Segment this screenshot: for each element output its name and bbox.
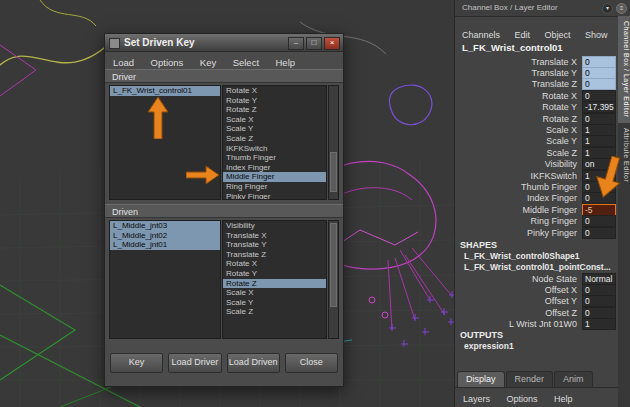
list-item[interactable]: Visibility bbox=[223, 221, 326, 231]
channel-value[interactable]: 0 bbox=[582, 227, 616, 239]
channel-label[interactable]: L Wrist Jnt 01W0 bbox=[455, 319, 582, 329]
side-tab-channel-box[interactable]: Channel Box / Layer Editor bbox=[618, 16, 630, 123]
channel-value[interactable]: 0 bbox=[582, 307, 616, 319]
driver-scrollbar[interactable] bbox=[328, 85, 339, 200]
channel-value[interactable]: 1 bbox=[582, 135, 616, 147]
dialog-titlebar[interactable]: Set Driven Key – □ × bbox=[105, 34, 343, 52]
channel-label[interactable]: Thumb Finger bbox=[455, 182, 582, 192]
menu-edit[interactable]: Edit bbox=[509, 28, 535, 42]
list-item[interactable]: Scale X bbox=[223, 115, 326, 125]
channel-label[interactable]: Translate Y bbox=[455, 68, 582, 78]
channel-label[interactable]: IKFKSwitch bbox=[455, 171, 582, 181]
channel-label[interactable]: Middle Finger bbox=[455, 205, 582, 215]
menu-layers[interactable]: Layers bbox=[457, 390, 496, 407]
menu-help[interactable]: Help bbox=[269, 55, 301, 70]
list-item[interactable]: Translate Y bbox=[223, 240, 326, 250]
channel-value[interactable]: 1 bbox=[582, 318, 616, 330]
channel-label[interactable]: Node State bbox=[455, 274, 582, 284]
load-driver-button[interactable]: Load Driver bbox=[168, 353, 221, 373]
channel-label[interactable]: Offset Z bbox=[455, 308, 582, 318]
list-item[interactable]: Pinky Finger bbox=[223, 192, 326, 200]
panel-menu-icon[interactable]: ≡ bbox=[616, 3, 627, 14]
panel-header[interactable]: Channel Box / Layer Editor ▾ ≡ bbox=[455, 0, 630, 17]
channel-label[interactable]: Offset X bbox=[455, 285, 582, 295]
output-node-name[interactable]: expression1 bbox=[455, 341, 618, 352]
menu-load[interactable]: Load bbox=[107, 55, 140, 70]
list-item[interactable]: Scale Y bbox=[223, 124, 326, 134]
channel-value[interactable]: on bbox=[582, 158, 616, 170]
shape-node-name[interactable]: L_FK_Wrist_control0Shape1 bbox=[455, 251, 618, 262]
channel-label[interactable]: Translate Z bbox=[455, 79, 582, 89]
channel-label[interactable]: Scale Y bbox=[455, 136, 582, 146]
list-item[interactable]: Rotate Z bbox=[223, 105, 326, 115]
channel-value[interactable]: Normal bbox=[582, 273, 616, 285]
list-item-selected[interactable]: L_Middle_jnt03 bbox=[110, 221, 220, 231]
channel-value-highlighted[interactable]: -5 bbox=[582, 204, 616, 216]
list-item-selected[interactable]: L_Middle_jnt02 bbox=[110, 231, 220, 241]
list-item[interactable]: Rotate Y bbox=[223, 269, 326, 279]
menu-key[interactable]: Key bbox=[194, 55, 222, 70]
driven-node-list[interactable]: L_Middle_jnt03 L_Middle_jnt02 L_Middle_j… bbox=[109, 220, 221, 339]
channel-value[interactable]: -17.395 bbox=[582, 101, 616, 113]
channel-value[interactable]: 0 bbox=[582, 90, 616, 102]
channel-value[interactable]: 0 bbox=[582, 215, 616, 227]
tab-render[interactable]: Render bbox=[506, 371, 554, 387]
channel-label[interactable]: Rotate Y bbox=[455, 102, 582, 112]
driven-scrollbar[interactable] bbox=[328, 220, 339, 339]
channel-value[interactable]: 1 bbox=[582, 124, 616, 136]
minimize-button[interactable]: – bbox=[288, 37, 304, 50]
channel-value[interactable]: 0 bbox=[582, 78, 616, 90]
list-item[interactable]: Ring Finger bbox=[223, 182, 326, 192]
close-dialog-button[interactable]: Close bbox=[285, 353, 338, 373]
channel-label[interactable]: Rotate Z bbox=[455, 114, 582, 124]
menu-object[interactable]: Object bbox=[539, 28, 575, 42]
list-item[interactable]: L_FK_Wrist_control01 bbox=[110, 86, 220, 96]
channel-label[interactable]: Rotate X bbox=[455, 91, 582, 101]
key-button[interactable]: Key bbox=[110, 353, 163, 373]
list-item[interactable]: Rotate X bbox=[223, 259, 326, 269]
list-item[interactable]: Scale Z bbox=[223, 307, 326, 317]
load-driven-button[interactable]: Load Driven bbox=[227, 353, 280, 373]
channel-label[interactable]: Scale X bbox=[455, 125, 582, 135]
channel-value[interactable]: 0 bbox=[582, 113, 616, 125]
panel-collapse-icon[interactable]: ▾ bbox=[602, 3, 613, 14]
list-item[interactable]: Scale X bbox=[223, 288, 326, 298]
tab-anim[interactable]: Anim bbox=[554, 371, 593, 387]
list-item[interactable]: Translate X bbox=[223, 231, 326, 241]
list-item[interactable]: Rotate X bbox=[223, 86, 326, 96]
driver-attribute-list[interactable]: Rotate X Rotate Y Rotate Z Scale X Scale… bbox=[222, 85, 327, 200]
close-button[interactable]: × bbox=[324, 37, 340, 50]
driver-node-list[interactable]: L_FK_Wrist_control01 bbox=[109, 85, 221, 200]
channel-label[interactable]: Offset Y bbox=[455, 296, 582, 306]
list-item-selected[interactable]: Middle Finger bbox=[223, 172, 326, 182]
menu-layer-help[interactable]: Help bbox=[548, 390, 579, 407]
list-item[interactable]: Scale Y bbox=[223, 298, 326, 308]
channel-label[interactable]: Index Finger bbox=[455, 193, 582, 203]
channel-value[interactable]: 1 bbox=[582, 170, 616, 182]
menu-select[interactable]: Select bbox=[227, 55, 265, 70]
maximize-button[interactable]: □ bbox=[306, 37, 322, 50]
channel-value[interactable]: 0 bbox=[582, 284, 616, 296]
list-item[interactable]: Thumb Finger bbox=[223, 153, 326, 163]
channel-value[interactable]: 0 bbox=[582, 56, 616, 68]
list-item[interactable]: Index Finger bbox=[223, 163, 326, 173]
menu-options[interactable]: Options bbox=[145, 55, 190, 70]
list-item[interactable]: Scale Z bbox=[223, 134, 326, 144]
list-item-selected[interactable]: Rotate Z bbox=[223, 279, 326, 289]
channel-value[interactable]: 0 bbox=[582, 295, 616, 307]
channel-value[interactable]: 1 bbox=[582, 147, 616, 159]
channel-label[interactable]: Translate X bbox=[455, 57, 582, 67]
tab-display[interactable]: Display bbox=[457, 371, 505, 387]
channel-label[interactable]: Visibility bbox=[455, 159, 582, 169]
menu-layer-options[interactable]: Options bbox=[500, 390, 543, 407]
menu-show[interactable]: Show bbox=[580, 28, 613, 42]
list-item[interactable]: Translate Z bbox=[223, 250, 326, 260]
list-item[interactable]: IKFKSwitch bbox=[223, 144, 326, 154]
list-item[interactable]: Rotate Y bbox=[223, 96, 326, 106]
channel-label[interactable]: Scale Z bbox=[455, 148, 582, 158]
channel-value[interactable]: 0 bbox=[582, 67, 616, 79]
channel-label[interactable]: Ring Finger bbox=[455, 216, 582, 226]
list-item-selected[interactable]: L_Middle_jnt01 bbox=[110, 240, 220, 250]
menu-channels[interactable]: Channels bbox=[457, 28, 505, 42]
side-tab-attribute-editor[interactable]: Attribute Editor bbox=[618, 123, 630, 187]
